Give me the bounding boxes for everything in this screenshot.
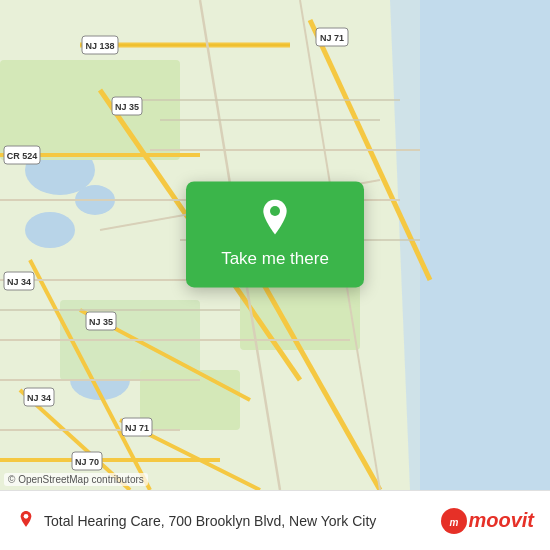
take-me-there-popup[interactable]: Take me there bbox=[186, 181, 364, 287]
svg-text:NJ 71: NJ 71 bbox=[320, 33, 344, 43]
location-text: Total Hearing Care, 700 Brooklyn Blvd, N… bbox=[44, 513, 440, 529]
moovit-logo: m moovit bbox=[440, 507, 534, 535]
svg-rect-9 bbox=[0, 60, 180, 160]
location-pin-icon bbox=[255, 199, 295, 239]
bottom-bar: Total Hearing Care, 700 Brooklyn Blvd, N… bbox=[0, 490, 550, 550]
moovit-icon: m bbox=[440, 507, 468, 535]
svg-text:CR 524: CR 524 bbox=[7, 151, 38, 161]
svg-text:NJ 34: NJ 34 bbox=[27, 393, 51, 403]
bottom-location-pin-icon bbox=[16, 511, 36, 531]
svg-text:NJ 34: NJ 34 bbox=[7, 277, 31, 287]
osm-attribution: © OpenStreetMap contributors bbox=[4, 473, 148, 486]
svg-text:m: m bbox=[450, 517, 459, 528]
svg-text:NJ 35: NJ 35 bbox=[89, 317, 113, 327]
osm-attribution-text: © OpenStreetMap contributors bbox=[8, 474, 144, 485]
svg-point-5 bbox=[25, 212, 75, 248]
map-container: NJ 138 NJ 71 CR 524 NJ 35 NJ 34 NJ 35 NJ… bbox=[0, 0, 550, 490]
svg-point-57 bbox=[270, 206, 280, 216]
svg-text:NJ 138: NJ 138 bbox=[85, 41, 114, 51]
take-me-there-label: Take me there bbox=[221, 249, 329, 269]
svg-text:NJ 71: NJ 71 bbox=[125, 423, 149, 433]
svg-text:NJ 35: NJ 35 bbox=[115, 102, 139, 112]
svg-text:NJ 70: NJ 70 bbox=[75, 457, 99, 467]
moovit-text: moovit bbox=[468, 509, 534, 532]
svg-point-58 bbox=[24, 514, 29, 519]
